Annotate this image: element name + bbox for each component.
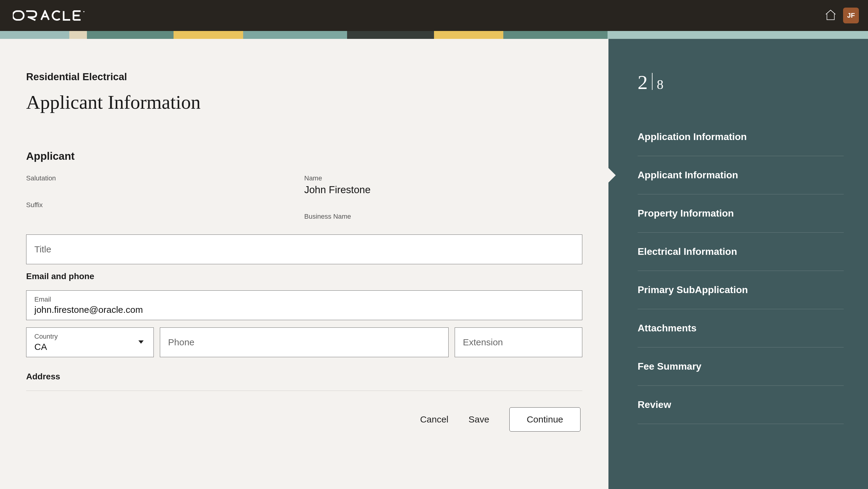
continue-button[interactable]: Continue (509, 407, 581, 432)
title-label: Title (34, 244, 574, 255)
step-attachments[interactable]: Attachments (638, 309, 844, 348)
chevron-down-icon (137, 338, 145, 347)
section-contact: Email and phone (26, 271, 582, 281)
user-avatar[interactable]: JF (843, 8, 859, 23)
progress-sidebar: 2 8 Application Information Applicant In… (609, 39, 868, 489)
svg-point-1 (83, 11, 85, 12)
breadcrumb: Residential Electrical (26, 71, 582, 83)
decorative-banner (0, 31, 868, 39)
step-primary-subapplication[interactable]: Primary SubApplication (638, 271, 844, 309)
address-divider (26, 391, 582, 391)
phone-input[interactable]: Phone (160, 327, 448, 357)
country-label: Country (34, 333, 146, 340)
name-label: Name (304, 174, 582, 182)
section-applicant: Applicant (26, 150, 582, 162)
total-steps: 8 (657, 77, 663, 92)
country-value: CA (34, 342, 146, 352)
email-label: Email (34, 296, 574, 303)
main-pane: Residential Electrical Applicant Informa… (0, 39, 609, 489)
svg-rect-0 (13, 11, 24, 20)
email-value: john.firestone@oracle.com (34, 305, 574, 315)
suffix-label: Suffix (26, 201, 304, 209)
page-title: Applicant Information (26, 91, 582, 113)
top-bar: JF (0, 0, 868, 31)
email-input[interactable]: Email john.firestone@oracle.com (26, 290, 582, 320)
step-applicant-information[interactable]: Applicant Information (638, 156, 844, 194)
step-review[interactable]: Review (638, 386, 844, 424)
step-nav: Application Information Applicant Inform… (638, 118, 844, 424)
salutation-label: Salutation (26, 174, 304, 182)
name-value: John Firestone (304, 184, 582, 196)
phone-label: Phone (168, 337, 440, 348)
extension-label: Extension (463, 337, 574, 348)
home-icon[interactable] (824, 8, 837, 23)
step-electrical-information[interactable]: Electrical Information (638, 233, 844, 271)
section-address: Address (26, 372, 582, 382)
cancel-button[interactable]: Cancel (420, 414, 448, 425)
title-input[interactable]: Title (26, 234, 582, 264)
step-application-information[interactable]: Application Information (638, 118, 844, 156)
step-fee-summary[interactable]: Fee Summary (638, 348, 844, 386)
current-step: 2 (638, 72, 648, 92)
step-counter: 2 8 (638, 72, 844, 92)
step-property-information[interactable]: Property Information (638, 194, 844, 233)
extension-input[interactable]: Extension (455, 327, 582, 357)
business-label: Business Name (304, 213, 582, 221)
oracle-logo[interactable] (13, 10, 95, 21)
country-select[interactable]: Country CA (26, 327, 154, 357)
save-button[interactable]: Save (469, 414, 489, 425)
